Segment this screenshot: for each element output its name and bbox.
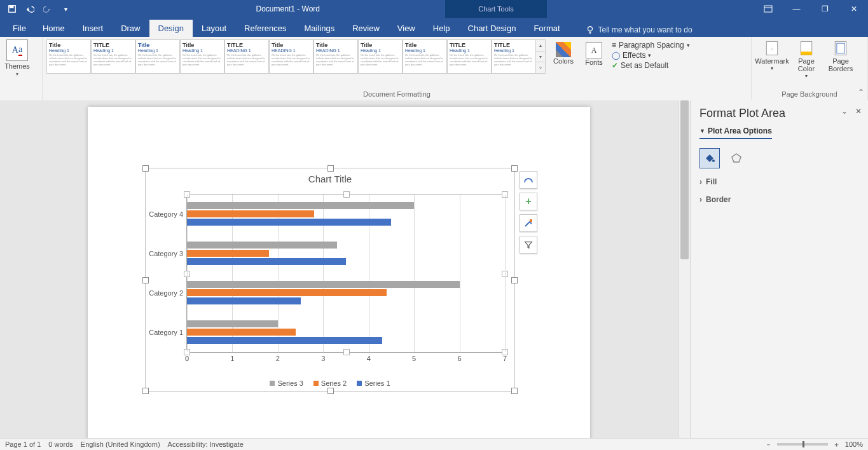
themes-icon: Aa: [6, 39, 28, 61]
watermark-label: Watermark: [755, 57, 789, 65]
fonts-label: Fonts: [585, 58, 603, 66]
svg-point-3: [588, 27, 592, 31]
close-button[interactable]: ✕: [839, 0, 868, 18]
ribbon-display-options[interactable]: [754, 0, 782, 18]
tab-help[interactable]: Help: [424, 20, 459, 37]
page-borders-button[interactable]: Page Borders: [824, 39, 857, 80]
svg-rect-2: [764, 6, 772, 12]
style-thumbnail[interactable]: TitleHeading 1On the Insert tab, the gal…: [403, 39, 447, 74]
style-thumbnail[interactable]: TITLEHeading 1On the Insert tab, the gal…: [91, 39, 135, 74]
style-thumbnail[interactable]: TITLEHeading 1On the Insert tab, the gal…: [447, 39, 492, 74]
page-borders-label: Page Borders: [824, 57, 857, 72]
page-color-button[interactable]: Page Color▾: [790, 39, 823, 80]
set-default-button[interactable]: ✔Set as Default: [612, 61, 690, 70]
minimize-button[interactable]: —: [782, 0, 811, 18]
contextual-tab-label: Chart Tools: [445, 0, 547, 18]
style-thumbnail[interactable]: TitleHeading 1On the Insert tab, the gal…: [358, 39, 403, 74]
colors-icon: [556, 42, 571, 57]
style-thumbnail[interactable]: TitleHeading 1On the Insert tab, the gal…: [180, 39, 224, 74]
themes-label: Themes: [4, 62, 30, 70]
svg-rect-1: [10, 6, 13, 8]
tab-draw[interactable]: Draw: [112, 20, 149, 37]
tab-file[interactable]: File: [5, 20, 34, 37]
tab-format[interactable]: Format: [525, 20, 568, 37]
tell-me-label: Tell me what you want to do: [598, 25, 692, 34]
style-thumbnail[interactable]: TITLEHEADING 1On the Insert tab, the gal…: [224, 39, 269, 74]
tab-view[interactable]: View: [389, 20, 424, 37]
tab-mailings[interactable]: Mailings: [296, 20, 344, 37]
vertical-scrollbar[interactable]: [679, 100, 690, 101]
tab-references[interactable]: References: [235, 20, 295, 37]
set-default-label: Set as Default: [621, 61, 668, 70]
style-thumbnail[interactable]: TitleHeading 1On the Insert tab, the gal…: [46, 39, 91, 74]
group-label-page-bg: Page Background: [755, 90, 864, 99]
effects-icon: ◯: [612, 51, 620, 60]
tab-home[interactable]: Home: [34, 20, 74, 37]
scrollbar-thumb[interactable]: [680, 100, 689, 101]
collapse-ribbon-button[interactable]: ⌃: [858, 88, 864, 97]
lightbulb-icon: [586, 25, 595, 34]
paragraph-spacing-icon: ≡: [612, 41, 616, 50]
fonts-icon: A: [586, 42, 602, 58]
paragraph-spacing-button[interactable]: ≡Paragraph Spacing ▾: [612, 41, 690, 50]
effects-label: Effects: [623, 51, 645, 60]
page-color-label: Page Color: [790, 57, 823, 72]
undo-button[interactable]: [23, 2, 37, 16]
watermark-icon: A: [763, 39, 781, 57]
effects-button[interactable]: ◯Effects ▾: [612, 51, 690, 60]
group-label-doc-formatting: Document Formatting: [46, 90, 747, 99]
style-thumbnail[interactable]: TitleHEADING 1On the Insert tab, the gal…: [269, 39, 313, 74]
redo-button[interactable]: [41, 2, 55, 16]
fonts-button[interactable]: A Fonts: [581, 39, 607, 66]
save-button[interactable]: [5, 2, 19, 16]
tab-review[interactable]: Review: [343, 20, 389, 37]
qat-customize[interactable]: ▾: [59, 2, 72, 16]
restore-button[interactable]: ❐: [811, 0, 839, 18]
style-thumbnail[interactable]: TITLEHeading 1On the Insert tab, the gal…: [492, 39, 536, 74]
tab-chart-design[interactable]: Chart Design: [459, 20, 525, 37]
check-icon: ✔: [612, 61, 618, 70]
watermark-button[interactable]: A Watermark▾: [755, 39, 789, 80]
paragraph-spacing-label: Paragraph Spacing: [619, 41, 684, 50]
tab-design[interactable]: Design: [149, 20, 193, 37]
style-thumbnail[interactable]: TitleHeading 1On the Insert tab, the gal…: [135, 39, 180, 74]
style-gallery[interactable]: TitleHeading 1On the Insert tab, the gal…: [46, 39, 536, 74]
page-borders-icon: [832, 39, 850, 57]
page-color-icon: [797, 39, 815, 57]
tab-insert[interactable]: Insert: [74, 20, 113, 37]
tab-layout[interactable]: Layout: [193, 20, 235, 37]
document-title: Document1 - Word: [256, 4, 320, 13]
colors-button[interactable]: Colors: [551, 39, 576, 65]
style-gallery-more[interactable]: ▴▾▿: [536, 39, 546, 74]
style-thumbnail[interactable]: TitleHEADING 1On the Insert tab, the gal…: [313, 39, 358, 74]
svg-rect-7: [801, 51, 812, 55]
themes-button[interactable]: Aa Themes ▾: [4, 39, 31, 77]
colors-label: Colors: [553, 57, 574, 65]
tell-me-search[interactable]: Tell me what you want to do: [582, 23, 696, 37]
format-pane: Format Plot Area ⌄ ✕ ▼Plot Area Options …: [690, 100, 868, 101]
